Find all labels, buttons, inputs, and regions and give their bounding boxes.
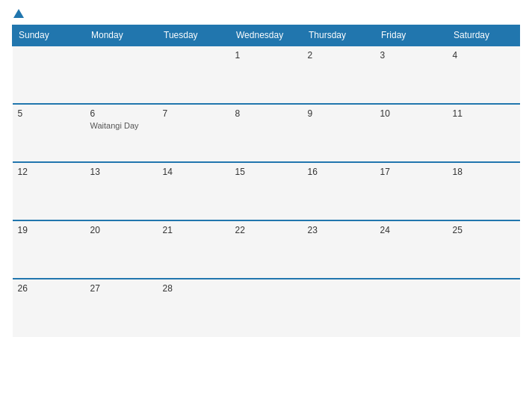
weekday-header: Friday <box>375 25 448 46</box>
calendar-day-cell: 7 <box>158 104 230 162</box>
day-number: 15 <box>235 167 297 177</box>
calendar-grid: SundayMondayTuesdayWednesdayThursdayFrid… <box>12 25 520 337</box>
calendar-day-cell: 25 <box>448 220 520 279</box>
day-number: 7 <box>163 108 225 119</box>
calendar-day-cell: 9 <box>303 104 375 162</box>
day-number: 23 <box>308 225 370 235</box>
calendar-body: 123456Waitangi Day7891011121314151617181… <box>13 46 520 337</box>
day-number: 21 <box>163 225 225 235</box>
day-number: 25 <box>453 225 515 235</box>
calendar-day-cell: 19 <box>13 220 85 279</box>
weekday-header: Tuesday <box>158 25 230 46</box>
calendar-week-row: 56Waitangi Day7891011 <box>13 104 520 162</box>
day-number: 12 <box>18 167 80 177</box>
weekday-header: Sunday <box>13 25 85 46</box>
day-number: 14 <box>163 167 225 177</box>
day-number: 20 <box>90 225 152 235</box>
day-number: 16 <box>308 167 370 177</box>
day-number: 11 <box>453 108 515 119</box>
calendar-day-cell <box>375 279 448 337</box>
calendar-day-cell: 22 <box>230 220 303 279</box>
day-number: 26 <box>18 283 80 294</box>
calendar-day-cell: 12 <box>13 162 85 220</box>
calendar-day-cell: 17 <box>375 162 448 220</box>
day-number: 22 <box>235 225 297 235</box>
calendar-day-cell: 15 <box>230 162 303 220</box>
calendar-day-cell: 24 <box>375 220 448 279</box>
day-number: 10 <box>380 108 442 119</box>
calendar-container: SundayMondayTuesdayWednesdayThursdayFrid… <box>0 0 532 411</box>
weekday-header: Saturday <box>448 25 520 46</box>
holiday-name: Waitangi Day <box>90 121 152 130</box>
day-number: 27 <box>90 283 152 294</box>
calendar-day-cell: 11 <box>448 104 520 162</box>
day-number: 2 <box>308 50 370 61</box>
day-number: 4 <box>453 50 515 61</box>
calendar-day-cell: 20 <box>85 220 158 279</box>
calendar-day-cell: 2 <box>303 46 375 104</box>
calendar-day-cell: 23 <box>303 220 375 279</box>
calendar-day-cell: 8 <box>230 104 303 162</box>
weekday-header: Thursday <box>303 25 375 46</box>
calendar-day-cell <box>448 279 520 337</box>
calendar-day-cell: 14 <box>158 162 230 220</box>
calendar-day-cell <box>230 279 303 337</box>
day-number: 18 <box>453 167 515 177</box>
day-number: 5 <box>18 108 80 119</box>
calendar-week-row: 19202122232425 <box>13 220 520 279</box>
calendar-header <box>12 9 520 19</box>
calendar-day-cell <box>13 46 85 104</box>
calendar-day-cell <box>158 46 230 104</box>
day-number: 9 <box>308 108 370 119</box>
calendar-day-cell: 18 <box>448 162 520 220</box>
day-number: 24 <box>380 225 442 235</box>
calendar-day-cell <box>303 279 375 337</box>
logo-blue-text <box>12 9 24 19</box>
calendar-week-row: 262728 <box>13 279 520 337</box>
calendar-day-cell: 1 <box>230 46 303 104</box>
day-number: 19 <box>18 225 80 235</box>
calendar-day-cell: 5 <box>13 104 85 162</box>
weekday-header: Wednesday <box>230 25 303 46</box>
calendar-week-row: 12131415161718 <box>13 162 520 220</box>
calendar-day-cell: 28 <box>158 279 230 337</box>
calendar-day-cell: 26 <box>13 279 85 337</box>
calendar-day-cell: 13 <box>85 162 158 220</box>
calendar-day-cell: 27 <box>85 279 158 337</box>
day-number: 6 <box>90 108 152 119</box>
calendar-day-cell: 16 <box>303 162 375 220</box>
logo-triangle-icon <box>13 9 24 18</box>
calendar-day-cell: 21 <box>158 220 230 279</box>
calendar-day-cell <box>85 46 158 104</box>
day-number: 28 <box>163 283 225 294</box>
calendar-header-row: SundayMondayTuesdayWednesdayThursdayFrid… <box>13 25 520 46</box>
calendar-day-cell: 3 <box>375 46 448 104</box>
day-number: 8 <box>235 108 297 119</box>
logo <box>12 9 24 19</box>
day-number: 1 <box>235 50 297 61</box>
weekday-row: SundayMondayTuesdayWednesdayThursdayFrid… <box>13 25 520 46</box>
calendar-day-cell: 4 <box>448 46 520 104</box>
calendar-day-cell: 10 <box>375 104 448 162</box>
calendar-day-cell: 6Waitangi Day <box>85 104 158 162</box>
day-number: 17 <box>380 167 442 177</box>
day-number: 3 <box>380 50 442 61</box>
calendar-week-row: 1234 <box>13 46 520 104</box>
weekday-header: Monday <box>85 25 158 46</box>
day-number: 13 <box>90 167 152 177</box>
